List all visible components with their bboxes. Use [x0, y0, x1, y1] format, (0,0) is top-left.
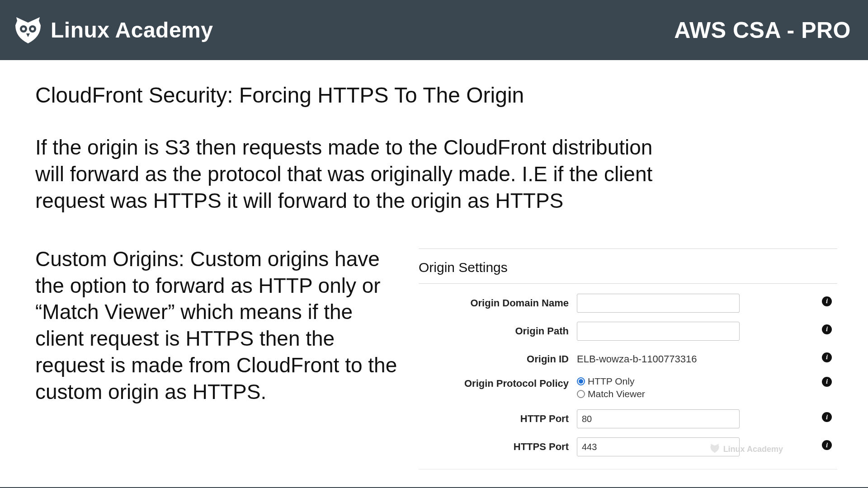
lower-row: Custom Origins: Custom origins have the …: [35, 246, 837, 470]
radio-dot-icon: [577, 377, 585, 385]
label-origin-protocol-policy: Origin Protocol Policy: [419, 374, 577, 389]
input-origin-path[interactable]: [577, 322, 740, 341]
label-origin-id: Origin ID: [419, 350, 577, 365]
info-icon[interactable]: i: [822, 296, 832, 306]
row-origin-domain-name: Origin Domain Name i: [419, 294, 837, 313]
label-http-port: HTTP Port: [419, 409, 577, 425]
radio-label-http-only: HTTP Only: [588, 375, 634, 388]
info-icon[interactable]: i: [822, 412, 832, 422]
watermark: Linux Academy: [710, 443, 783, 455]
info-icon[interactable]: i: [822, 377, 832, 387]
owl-icon: [14, 16, 42, 44]
radio-http-only[interactable]: HTTP Only: [577, 375, 740, 388]
input-origin-domain-name[interactable]: [577, 294, 740, 313]
slide-title: CloudFront Security: Forcing HTTPS To Th…: [35, 82, 837, 109]
input-http-port[interactable]: [577, 409, 740, 428]
paragraph-s3: If the origin is S3 then requests made t…: [35, 134, 686, 214]
brand-name: Linux Academy: [51, 18, 213, 42]
slide: Linux Academy AWS CSA - PRO CloudFront S…: [0, 0, 868, 488]
row-http-port: HTTP Port i: [419, 409, 837, 428]
info-icon[interactable]: i: [822, 440, 832, 450]
row-origin-id: Origin ID ELB-wowza-b-1100773316 i: [419, 350, 837, 365]
origin-settings-panel: Origin Settings Origin Domain Name i Ori…: [419, 249, 837, 470]
slide-header: Linux Academy AWS CSA - PRO: [0, 0, 868, 60]
radio-label-match-viewer: Match Viewer: [588, 388, 645, 400]
slide-body: CloudFront Security: Forcing HTTPS To Th…: [0, 60, 868, 469]
radio-match-viewer[interactable]: Match Viewer: [577, 388, 740, 400]
svg-point-2: [22, 27, 25, 30]
label-origin-path: Origin Path: [419, 322, 577, 337]
label-origin-domain-name: Origin Domain Name: [419, 294, 577, 309]
svg-point-3: [31, 27, 34, 30]
brand: Linux Academy: [14, 16, 213, 44]
row-origin-path: Origin Path i: [419, 322, 837, 341]
label-https-port: HTTPS Port: [419, 437, 577, 453]
form: Origin Domain Name i Origin Path i: [419, 284, 837, 469]
owl-icon: [710, 443, 720, 455]
radio-group-protocol: HTTP Only Match Viewer: [577, 374, 740, 401]
watermark-text: Linux Academy: [723, 445, 783, 454]
panel-title: Origin Settings: [419, 249, 837, 284]
paragraph-custom-origins: Custom Origins: Custom origins have the …: [35, 246, 406, 405]
info-icon[interactable]: i: [822, 324, 832, 334]
row-origin-protocol-policy: Origin Protocol Policy HTTP Only Match V…: [419, 374, 837, 401]
info-icon[interactable]: i: [822, 352, 832, 362]
radio-dot-icon: [577, 390, 585, 398]
course-title: AWS CSA - PRO: [674, 17, 851, 43]
value-origin-id: ELB-wowza-b-1100773316: [577, 350, 740, 365]
